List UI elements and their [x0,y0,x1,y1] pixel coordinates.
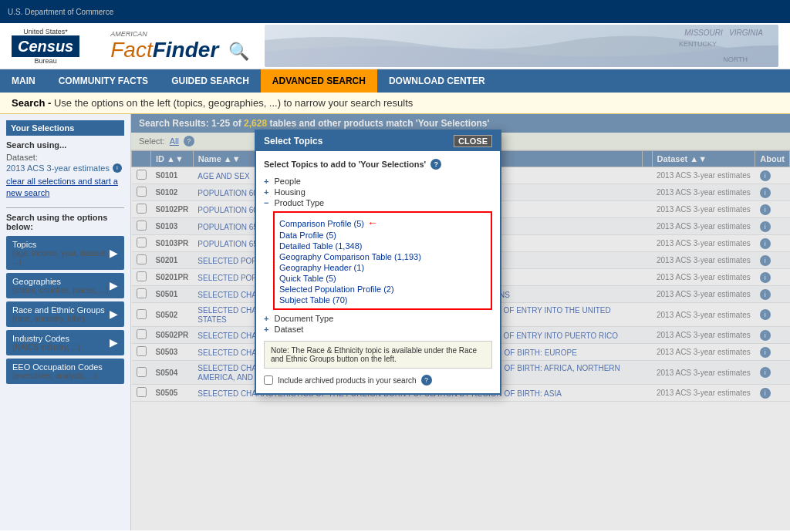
map-state-label3: NORTH [723,56,748,63]
gov-label: U.S. Department of Commerce [8,8,113,16]
topic-housing[interactable]: + Housing [264,187,492,197]
product-type-link[interactable]: Comparison Profile (5)← [279,216,486,230]
plus-icon-housing: + [264,187,268,197]
dataset-value: 2013 ACS 3-year estimates i [6,163,124,173]
archive-checkbox[interactable] [264,375,273,385]
race-label: Race and Ethnic Groups [12,305,105,315]
geographies-button[interactable]: Geographies (states, counties, places, .… [6,273,124,298]
minus-icon-product: − [264,198,268,207]
factfinder-logo: FactFinder 🔍 [110,38,249,62]
options-title: Search using the options below: [6,213,124,231]
product-type-link[interactable]: Geography Comparison Table (1,193) [279,251,486,262]
dataset-label: Dataset: [6,153,124,162]
nav-guided[interactable]: GUIDED SEARCH [160,69,261,93]
product-type-link[interactable]: Subject Table (70) [279,295,486,305]
modal-help-icon[interactable]: ? [430,159,441,170]
nav-community[interactable]: COMMUNITY FACTS [47,69,160,93]
product-type-link[interactable]: Data Profile (5) [279,230,486,241]
race-sub: (race, ancestry, tribe) [12,315,105,323]
clear-link[interactable]: clear all selections and start a new sea… [6,176,124,200]
map-state-label2: KENTUCKY [679,40,717,48]
dataset-info-icon[interactable]: i [113,163,122,173]
plus-icon-people: + [264,177,268,186]
topic-product-type[interactable]: − Product Type [264,197,492,208]
eeo-sub: (executives, analysts, ...) [12,372,103,380]
industry-sub: (NAICS industry, ...) [12,343,80,352]
main-layout: Your Selections Search using... Dataset:… [0,114,790,530]
geographies-label: Geographies [12,277,109,286]
search-using-label: Search using... [6,140,124,150]
geographies-arrow-icon: ▶ [110,279,118,291]
finder-text: Finder [153,38,219,62]
product-type-link[interactable]: Quick Table (5) [279,273,486,284]
search-banner: Search - Use the options on the left (to… [0,93,790,114]
topics-arrow-icon: ▶ [110,247,118,259]
sidebar: Your Selections Search using... Dataset:… [0,114,131,530]
main-nav: MAIN COMMUNITY FACTS GUIDED SEARCH ADVAN… [0,69,790,93]
topics-label: Topics [12,240,110,249]
map-state-label: MISSOURI VIRGINIA [684,29,763,37]
modal-close-button[interactable]: CLOSE [454,135,492,147]
industry-button[interactable]: Industry Codes (NAICS industry, ...) ▶ [6,330,124,355]
industry-arrow-icon: ▶ [110,336,118,348]
eeo-button[interactable]: EEO Occupation Codes (executives, analys… [6,359,124,384]
product-type-link[interactable]: Selected Population Profile (2) [279,284,486,295]
product-type-link[interactable]: Detailed Table (1,348) [279,241,486,251]
map-background: MISSOURI VIRGINIA KENTUCKY NORTH [265,25,778,67]
your-selections-title: Your Selections [6,120,124,136]
bureau-label: Bureau [35,57,57,65]
topic-people[interactable]: + People [264,176,492,187]
eeo-label: EEO Occupation Codes [12,362,103,372]
topics-button[interactable]: Topics (age, income, year, dataset, ...)… [6,236,124,270]
topics-sub: (age, income, year, dataset, ...) [12,249,110,266]
geographies-sub: (states, counties, places, ...) [12,286,109,295]
american-label: AMERICAN [110,30,249,38]
content-area: Search Results: 1-25 of 2,628 tables and… [131,114,790,530]
modal-titlebar: Select Topics CLOSE [256,131,500,151]
census-logo: United States* Census Bureau [12,28,79,65]
arrow-annotation: ← [367,217,378,229]
archive-label: Include archived products in your search [278,376,417,385]
magnifier-icon: 🔍 [228,42,249,61]
product-type-link[interactable]: Geography Header (1) [279,262,486,273]
race-arrow-icon: ▶ [110,308,118,320]
product-type-box: Comparison Profile (5)←Data Profile (5)D… [273,211,492,310]
race-button[interactable]: Race and Ethnic Groups (race, ancestry, … [6,301,124,327]
factfinder-brand: AMERICAN FactFinder 🔍 [110,30,249,62]
us-label: United States* [23,28,68,35]
census-wordmark: Census [12,35,79,57]
modal-body: Select Topics to add to 'Your Selections… [256,151,500,393]
topic-dataset[interactable]: + Dataset [264,324,492,335]
archive-help-icon[interactable]: ? [421,375,432,386]
fact-text: Fact [110,38,152,62]
select-topics-modal: Select Topics CLOSE Select Topics to add… [255,130,501,395]
modal-footer: Include archived products in your search… [264,375,492,386]
banner-text: Use the options on the left (topics, geo… [51,97,413,109]
topic-document-type[interactable]: + Document Type [264,313,492,324]
industry-label: Industry Codes [12,334,80,343]
banner-prefix: Search - [12,97,51,109]
modal-title: Select Topics [264,136,322,146]
nav-advanced[interactable]: ADVANCED SEARCH [261,69,377,93]
header-main: United States* Census Bureau AMERICAN Fa… [0,23,790,69]
modal-subtitle: Select Topics to add to 'Your Selections… [264,159,492,170]
nav-main[interactable]: MAIN [0,69,47,93]
plus-icon-document: + [264,314,268,323]
nav-download[interactable]: DOWNLOAD CENTER [377,69,497,93]
sidebar-divider [6,207,124,208]
modal-note: Note: The Race & Ethnicity topic is avai… [264,341,492,369]
plus-icon-dataset: + [264,325,268,334]
gov-bar: U.S. Department of Commerce [0,0,790,23]
